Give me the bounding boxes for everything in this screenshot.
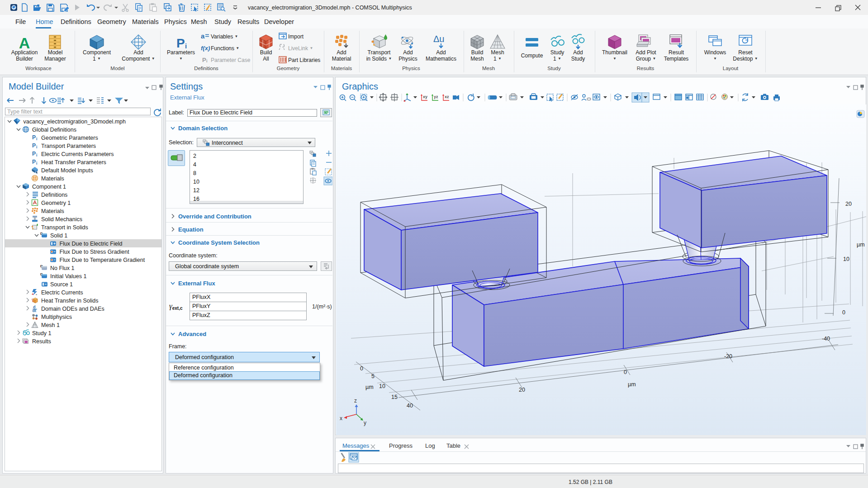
svg-text:Results: Results xyxy=(32,338,51,345)
svg-text:+: + xyxy=(32,292,34,296)
svg-text:i: i xyxy=(36,161,37,166)
svg-text:Flux Due to Temperature Gradie: Flux Due to Temperature Gradient xyxy=(60,257,145,263)
svg-text:5: 5 xyxy=(371,373,375,379)
svg-text:Source 1: Source 1 xyxy=(50,281,73,288)
svg-text:P: P xyxy=(176,36,185,50)
svg-text:xy: xy xyxy=(423,95,427,99)
svg-text:20: 20 xyxy=(519,387,525,393)
svg-text:Domain ODEs and DAEs: Domain ODEs and DAEs xyxy=(41,306,104,312)
svg-text:Transport Parameters: Transport Parameters xyxy=(41,143,96,149)
svg-text:i: i xyxy=(185,42,187,50)
svg-text:Heat Transfer Parameters: Heat Transfer Parameters xyxy=(41,159,106,166)
svg-text:0: 0 xyxy=(842,309,845,316)
svg-text:Materials: Materials xyxy=(41,208,64,214)
svg-text:y: y xyxy=(364,420,366,426)
svg-text:Geometric Parameters: Geometric Parameters xyxy=(41,135,98,141)
svg-text:µm: µm xyxy=(628,381,636,388)
svg-text:15: 15 xyxy=(391,394,398,400)
svg-text:Electric Currents Parameters: Electric Currents Parameters xyxy=(41,151,114,157)
svg-text:i: i xyxy=(36,137,37,141)
svg-text:i: i xyxy=(36,145,37,149)
svg-text:Geometry 1: Geometry 1 xyxy=(41,200,71,206)
svg-text:-40: -40 xyxy=(822,336,830,342)
svg-text:Mesh 1: Mesh 1 xyxy=(41,322,60,328)
svg-text:Default Model Inputs: Default Model Inputs xyxy=(41,167,93,174)
svg-text:x: x xyxy=(340,415,342,422)
svg-text:Heat Transfer in Solids: Heat Transfer in Solids xyxy=(41,298,98,304)
svg-text:10: 10 xyxy=(843,256,849,262)
svg-text:-: - xyxy=(36,292,37,297)
svg-text:µm: µm xyxy=(857,242,865,248)
svg-text:dt: dt xyxy=(33,308,37,313)
svg-text:Flux Due to Electric Field: Flux Due to Electric Field xyxy=(60,241,123,247)
svg-text:10: 10 xyxy=(379,383,385,389)
svg-text:No Flux 1: No Flux 1 xyxy=(50,265,75,271)
svg-text:xz: xz xyxy=(445,95,449,99)
svg-text:a: a xyxy=(201,32,205,40)
svg-text:i: i xyxy=(206,59,208,63)
svg-text:Study 1: Study 1 xyxy=(32,330,51,336)
svg-text:Multiphysics: Multiphysics xyxy=(41,314,72,320)
svg-text:0: 0 xyxy=(624,369,627,375)
svg-text:-20: -20 xyxy=(724,353,732,360)
svg-text:Materials: Materials xyxy=(41,175,64,182)
svg-text:vacancy_electromigration_3Dmod: vacancy_electromigration_3Dmodel.mph xyxy=(24,118,126,125)
svg-text:Flux Due to Stress Gradient: Flux Due to Stress Gradient xyxy=(60,249,130,255)
svg-text:Electric Currents: Electric Currents xyxy=(41,289,83,296)
svg-text:P: P xyxy=(32,134,36,141)
svg-text:z: z xyxy=(354,398,357,404)
svg-text:Global Definitions: Global Definitions xyxy=(32,127,76,133)
svg-text:Solid 1: Solid 1 xyxy=(50,232,67,239)
svg-text:Solid Mechanics: Solid Mechanics xyxy=(41,216,82,223)
svg-text:Δu: Δu xyxy=(433,34,444,44)
svg-text:Transport in Solids: Transport in Solids xyxy=(41,224,88,231)
svg-text:40: 40 xyxy=(407,403,413,409)
svg-text:Component 1: Component 1 xyxy=(32,184,66,190)
svg-text:µm: µm xyxy=(365,384,374,390)
svg-text:P: P xyxy=(32,159,36,165)
svg-text:yz: yz xyxy=(434,95,438,99)
svg-text:0: 0 xyxy=(360,365,363,372)
svg-text:i: i xyxy=(36,153,37,157)
svg-text:20: 20 xyxy=(845,201,852,207)
svg-text:P: P xyxy=(32,151,36,157)
svg-text:Definitions: Definitions xyxy=(41,192,67,198)
svg-text:Initial Values 1: Initial Values 1 xyxy=(50,273,86,280)
svg-text:P: P xyxy=(32,142,36,149)
